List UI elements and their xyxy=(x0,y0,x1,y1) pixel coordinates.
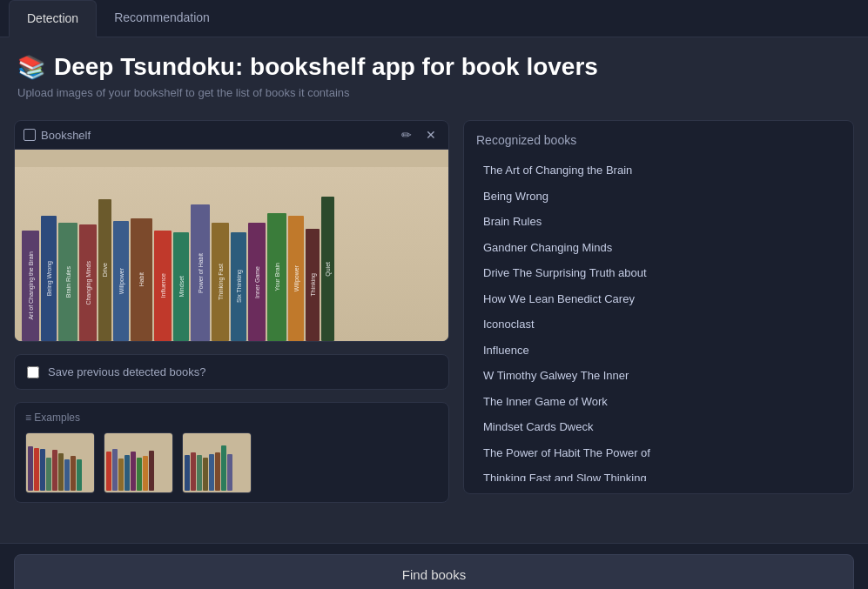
examples-section: ≡ Examples xyxy=(14,402,449,503)
recognized-book-item: Being Wrong xyxy=(476,184,838,210)
recognized-book-item: Thinking Fast and Slow Thinking xyxy=(476,465,838,481)
save-checkbox-input[interactable] xyxy=(27,366,39,378)
shelf-book: Six Thinking xyxy=(231,232,246,341)
shelf-book: Drive xyxy=(98,199,111,341)
example-thumb[interactable] xyxy=(25,432,95,493)
left-panel: Bookshelf ✏ ✕ Art of Changing the BrainB… xyxy=(14,120,449,531)
example-thumb[interactable] xyxy=(182,432,252,493)
image-header-right: ✏ ✕ xyxy=(398,126,440,144)
books-row: Art of Changing the BrainBeing WrongBrai… xyxy=(15,167,448,341)
recognized-book-item: The Inner Game of Work xyxy=(476,389,838,415)
shelf-book: Thinking xyxy=(306,229,320,341)
recognized-box: Recognized books The Art of Changing the… xyxy=(463,120,854,494)
recognized-title: Recognized books xyxy=(476,133,841,147)
recognized-book-item: Drive The Surprising Truth about xyxy=(476,260,838,286)
shelf-book: Being Wrong xyxy=(41,216,57,341)
recognized-book-item: Influence xyxy=(476,338,838,364)
bookshelf-label: Bookshelf xyxy=(41,129,91,142)
image-header: Bookshelf ✏ ✕ xyxy=(15,121,448,150)
right-panel: Recognized books The Art of Changing the… xyxy=(463,120,854,531)
shelf-book: Willpower xyxy=(288,216,304,341)
find-books-button[interactable]: Find books xyxy=(14,554,854,589)
app-subtitle: Upload images of your bookshelf to get t… xyxy=(17,86,851,99)
recognized-book-item: Mindset Cards Dweck xyxy=(476,414,838,440)
tab-detection[interactable]: Detection xyxy=(9,0,97,37)
examples-grid xyxy=(25,432,438,493)
recognized-book-item: Iconoclast xyxy=(476,311,838,338)
save-label: Save previous detected books? xyxy=(48,365,205,378)
bookshelf-image: Art of Changing the BrainBeing WrongBrai… xyxy=(15,150,448,341)
shelf-book: Thinking Fast xyxy=(212,223,229,341)
recognized-book-item: Gandner Changing Minds xyxy=(476,235,838,261)
shelf-book: Influence xyxy=(154,231,172,341)
shelf-book: Brain Rules xyxy=(58,223,77,341)
recognized-book-item: The Power of Habit The Power of xyxy=(476,440,838,466)
tab-bar: Detection Recommendation xyxy=(0,0,868,37)
recognized-list: The Art of Changing the BrainBeing Wrong… xyxy=(476,157,841,481)
examples-header: ≡ Examples xyxy=(25,412,438,424)
shelf-book: Your Brain xyxy=(267,213,286,341)
save-previous-checkbox[interactable]: Save previous detected books? xyxy=(14,354,449,390)
image-container: Bookshelf ✏ ✕ Art of Changing the BrainB… xyxy=(14,120,449,342)
example-thumb[interactable] xyxy=(104,432,173,493)
edit-image-button[interactable]: ✏ xyxy=(398,126,415,144)
shelf-book: Habit xyxy=(131,218,152,341)
tab-recommendation[interactable]: Recommendation xyxy=(97,0,227,37)
app-header: 📚 Deep Tsundoku: bookshelf app for book … xyxy=(0,37,868,108)
recognized-book-item: Brain Rules xyxy=(476,209,838,235)
recognized-book-item: W Timothy Galwey The Inner xyxy=(476,363,838,389)
shelf-book: Mindset xyxy=(173,232,189,341)
shelf-book: Inner Game xyxy=(248,223,266,341)
shelf-book: Power of Habit xyxy=(191,204,210,341)
recognized-book-item: How We Lean Benedict Carey xyxy=(476,286,838,312)
find-btn-container: Find books xyxy=(0,543,868,589)
main-content: Bookshelf ✏ ✕ Art of Changing the BrainB… xyxy=(0,108,868,543)
books-icon: 📚 xyxy=(17,54,45,81)
shelf-book: Quiet xyxy=(321,197,334,341)
recognized-book-item: The Art of Changing the Brain xyxy=(476,157,838,184)
shelf-book: Changing Minds xyxy=(79,224,97,341)
image-header-left: Bookshelf xyxy=(24,129,91,142)
shelf-book: Willpower xyxy=(113,221,129,341)
app-title: 📚 Deep Tsundoku: bookshelf app for book … xyxy=(17,53,851,81)
close-image-button[interactable]: ✕ xyxy=(422,126,440,144)
shelf-book: Art of Changing the Brain xyxy=(22,231,39,341)
image-icon xyxy=(24,129,36,141)
